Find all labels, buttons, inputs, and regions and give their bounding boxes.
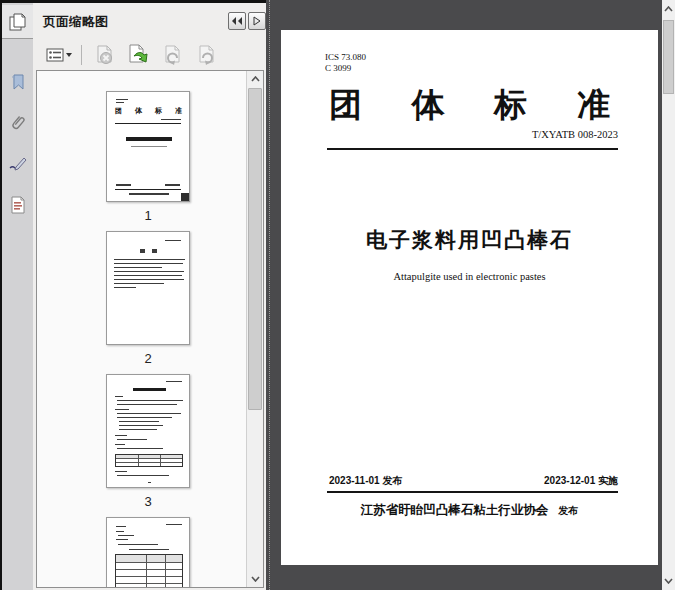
scroll-down-button[interactable] bbox=[662, 574, 675, 588]
preview-line bbox=[115, 444, 125, 445]
preview-line bbox=[114, 275, 182, 276]
delete-page-icon bbox=[93, 43, 117, 67]
thumbnail-list: 团 体 标 准 bbox=[36, 70, 264, 588]
document-page-1: ICS 73.080 C 3099 团 体 标 准 T/XYATB 008-20… bbox=[281, 30, 658, 565]
thumbnail-item-2: 2 bbox=[106, 231, 246, 374]
chevron-down-icon bbox=[251, 576, 260, 582]
preview-line bbox=[114, 283, 164, 284]
implement-date: 2023-12-01 bbox=[544, 475, 595, 486]
preview-char: 体 bbox=[135, 108, 142, 115]
preview-table bbox=[115, 554, 183, 587]
scroll-up-button[interactable] bbox=[247, 71, 263, 87]
expand-panel-button[interactable] bbox=[248, 12, 266, 30]
preview-line bbox=[119, 421, 159, 422]
document-title-zh: 电子浆料用凹凸棒石 bbox=[281, 226, 658, 254]
implement-date-group: 2023-12-01 实施 bbox=[544, 474, 618, 488]
navigation-pane-strip bbox=[2, 3, 33, 590]
thumbnail-page-4[interactable] bbox=[106, 517, 190, 587]
thumbnail-page-3[interactable] bbox=[106, 374, 190, 488]
preview-line bbox=[118, 535, 134, 536]
page-thumbnails-icon bbox=[8, 12, 28, 32]
preview-rule bbox=[115, 123, 181, 124]
preview-line bbox=[114, 279, 184, 280]
document-title-en: Attapulgite used in electronic pastes bbox=[281, 271, 658, 282]
signature-pen-icon bbox=[8, 155, 28, 173]
publisher-row: 江苏省盱眙凹凸棒石粘土行业协会发布 bbox=[281, 500, 658, 519]
preview-line bbox=[119, 425, 163, 426]
page-number-label[interactable]: 2 bbox=[106, 345, 190, 374]
options-menu-button[interactable] bbox=[41, 42, 77, 68]
footer-rule bbox=[327, 491, 618, 493]
preview-line bbox=[166, 524, 182, 525]
pdf-viewer-window: 页面缩略图 bbox=[0, 0, 675, 590]
thumbnail-page-2[interactable] bbox=[106, 231, 190, 345]
sidebar-item-page-thumbnails[interactable] bbox=[2, 5, 33, 39]
preview-char: 标 bbox=[155, 108, 162, 115]
chevron-down-icon bbox=[664, 578, 673, 584]
bookmarks-icon bbox=[9, 72, 27, 92]
chevron-up-icon bbox=[664, 6, 673, 12]
extract-page-icon bbox=[126, 43, 152, 67]
panel-resize-splitter[interactable] bbox=[266, 0, 270, 590]
delete-page-button[interactable] bbox=[90, 42, 120, 68]
thumbnail-item-1: 团 体 标 准 bbox=[106, 91, 246, 231]
preview-line bbox=[129, 193, 169, 195]
preview-line bbox=[117, 413, 181, 414]
page-number-label[interactable]: 1 bbox=[106, 202, 190, 231]
rotate-left-button[interactable] bbox=[158, 42, 188, 68]
preview-line bbox=[166, 381, 182, 382]
preview-title bbox=[126, 137, 172, 141]
preview-line bbox=[114, 263, 183, 264]
preview-line bbox=[118, 544, 158, 545]
right-arrow-icon bbox=[253, 16, 261, 26]
preview-heading bbox=[140, 249, 145, 253]
preview-line bbox=[117, 400, 183, 401]
thumbnail-page-1[interactable]: 团 体 标 准 bbox=[106, 91, 190, 202]
thumbnail-toolbar bbox=[33, 39, 266, 70]
document-scrollbar[interactable] bbox=[662, 0, 675, 590]
scrollbar-thumb[interactable] bbox=[248, 88, 262, 410]
preview-title bbox=[133, 388, 166, 391]
scrollbar-thumb[interactable] bbox=[663, 20, 674, 94]
preview-line bbox=[115, 435, 127, 436]
page-number-label[interactable]: 3 bbox=[106, 488, 190, 517]
preview-char: 团 bbox=[115, 108, 122, 115]
preview-line bbox=[165, 240, 181, 241]
preview-line bbox=[115, 409, 129, 410]
rotate-right-button[interactable] bbox=[192, 42, 222, 68]
preview-line bbox=[161, 119, 181, 120]
standard-type-heading: 团 体 标 准 bbox=[329, 88, 610, 122]
sidebar-item-content-layers[interactable] bbox=[2, 188, 33, 222]
issue-label: 发布 bbox=[382, 475, 402, 486]
panel-header: 页面缩略图 bbox=[33, 3, 266, 39]
standard-type-char: 标 bbox=[494, 88, 527, 122]
thumbnail-scrollbar[interactable] bbox=[246, 71, 263, 587]
header-rule bbox=[327, 148, 618, 150]
thumbnail-item-4: 4 bbox=[106, 517, 246, 587]
sidebar-item-signatures[interactable] bbox=[2, 147, 33, 181]
thumbnail-column: 团 体 标 准 bbox=[37, 71, 246, 587]
sidebar-item-attachments[interactable] bbox=[2, 106, 33, 140]
sidebar-item-bookmarks[interactable] bbox=[2, 65, 33, 99]
preview-char: 准 bbox=[175, 108, 182, 115]
scroll-down-button[interactable] bbox=[247, 571, 263, 587]
publisher-label: 发布 bbox=[558, 505, 578, 516]
document-lines-icon bbox=[9, 195, 27, 215]
scroll-up-button[interactable] bbox=[662, 2, 675, 16]
standard-type-char: 体 bbox=[412, 88, 445, 122]
preview-line bbox=[131, 146, 167, 147]
double-left-arrow-icon bbox=[231, 16, 243, 26]
ics-codes: ICS 73.080 C 3099 bbox=[325, 52, 366, 74]
preview-line bbox=[117, 417, 172, 418]
preview-line bbox=[117, 448, 163, 449]
preview-line bbox=[165, 184, 180, 186]
extract-page-button[interactable] bbox=[124, 42, 154, 68]
selection-handle bbox=[181, 193, 189, 201]
preview-caption bbox=[129, 549, 169, 550]
collapse-panel-button[interactable] bbox=[228, 12, 246, 30]
preview-line bbox=[116, 531, 124, 532]
preview-table bbox=[115, 454, 183, 467]
preview-line bbox=[116, 539, 128, 540]
rotate-left-icon bbox=[161, 43, 185, 67]
ics-class-code: C 3099 bbox=[325, 63, 366, 74]
